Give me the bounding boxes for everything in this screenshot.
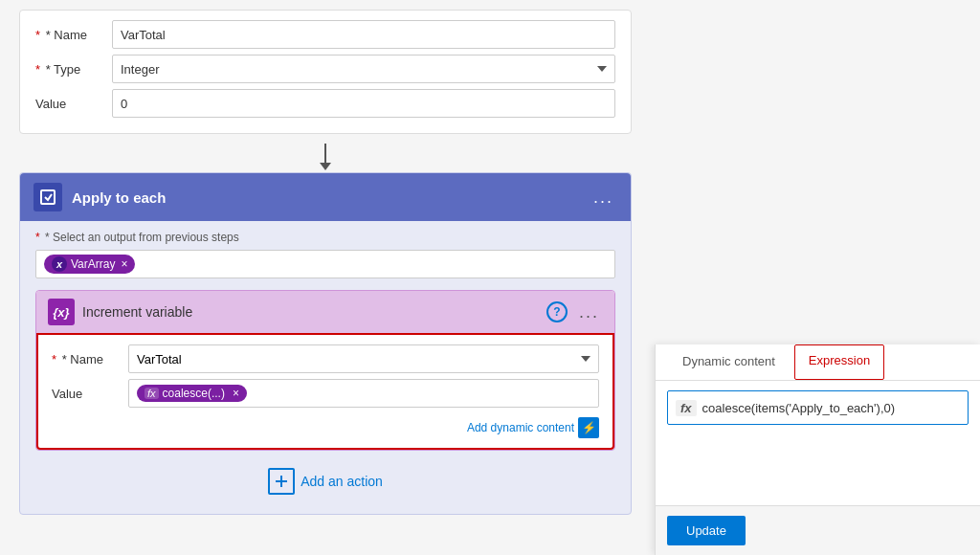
increment-icon-box: {x}: [48, 299, 75, 325]
tab-expression[interactable]: Expression: [794, 344, 884, 380]
name-input[interactable]: [112, 20, 615, 49]
chevron-down-icon: [597, 66, 607, 72]
expression-area: fx coalesce(items('Apply_to_each'),0): [656, 381, 980, 505]
select-output-label: * * Select an output from previous steps: [35, 231, 615, 244]
var-array-icon: x: [52, 256, 67, 272]
inc-value-field-row: Value fx coalesce(...) ×: [52, 379, 599, 408]
inc-name-label: * * Name: [52, 352, 128, 366]
apply-to-each-card: Apply to each ... * * Select an output f…: [19, 172, 632, 515]
var-array-close-icon[interactable]: ×: [121, 257, 127, 271]
increment-var-card: {x} Increment variable ? ... * * Name: [35, 290, 615, 451]
increment-var-body: * * Name VarTotal Value: [36, 333, 614, 450]
add-dynamic-row: Add dynamic content ⚡: [52, 413, 599, 438]
fx-tag[interactable]: fx coalesce(...) ×: [137, 385, 247, 402]
inc-value-row: fx coalesce(...) ×: [128, 379, 599, 408]
fx-tag-close-icon[interactable]: ×: [233, 387, 239, 400]
add-action-icon: [268, 468, 295, 495]
panel-footer: Update: [656, 505, 980, 555]
update-button[interactable]: Update: [667, 516, 746, 545]
name-field-row: * * Name: [35, 20, 615, 49]
type-select[interactable]: Integer: [112, 55, 615, 83]
value-input[interactable]: [112, 89, 615, 118]
tab-dynamic-content[interactable]: Dynamic content: [667, 344, 791, 380]
name-label: * * Name: [35, 28, 112, 42]
var-array-tag[interactable]: x VarArray ×: [44, 255, 135, 274]
lightning-btn[interactable]: ⚡: [578, 417, 599, 438]
expression-text[interactable]: coalesce(items('Apply_to_each'),0): [702, 401, 960, 415]
inc-name-field-row: * * Name VarTotal: [52, 344, 599, 373]
init-var-card: * * Name * * Type Integer Value: [19, 10, 632, 134]
add-action-button[interactable]: Add an action: [268, 468, 383, 495]
apply-icon-box: [33, 183, 62, 211]
panel-tabs: Dynamic content Expression: [656, 344, 980, 381]
type-field-row: * * Type Integer: [35, 55, 615, 83]
inc-name-chevron-icon: [581, 356, 590, 362]
right-panel: Dynamic content Expression fx coalesce(i…: [655, 344, 980, 555]
fx-label: fx: [676, 400, 697, 416]
increment-var-menu-btn[interactable]: ...: [575, 302, 603, 322]
apply-body: * * Select an output from previous steps…: [20, 221, 631, 514]
add-action-row: Add an action: [35, 451, 615, 504]
svg-rect-0: [41, 190, 55, 204]
value-field-row: Value: [35, 89, 615, 118]
inc-name-select[interactable]: VarTotal: [128, 344, 599, 373]
apply-to-each-title: Apply to each: [72, 189, 590, 206]
inc-value-label: Value: [52, 387, 128, 401]
increment-var-title: Increment variable: [82, 304, 546, 320]
type-label: * * Type: [35, 62, 112, 77]
arrow-connector: [19, 134, 632, 172]
fx-tag-icon: fx: [145, 388, 159, 399]
apply-to-each-menu-btn[interactable]: ...: [590, 188, 617, 208]
var-tag-row: x VarArray ×: [35, 250, 615, 278]
value-label: Value: [35, 97, 112, 111]
help-icon[interactable]: ?: [546, 301, 568, 322]
add-dynamic-content-link[interactable]: Add dynamic content: [467, 421, 574, 434]
apply-to-each-header: Apply to each ...: [20, 173, 631, 221]
expression-input-row[interactable]: fx coalesce(items('Apply_to_each'),0): [667, 390, 969, 425]
main-area: * * Name * * Type Integer Value: [0, 0, 980, 555]
arrow-down-icon: [324, 144, 326, 163]
increment-var-header: {x} Increment variable ? ...: [36, 291, 614, 333]
